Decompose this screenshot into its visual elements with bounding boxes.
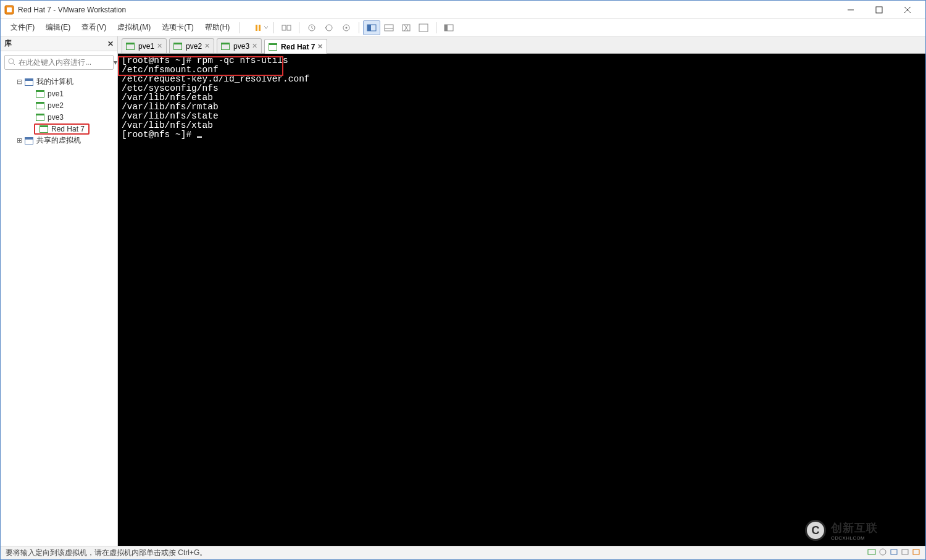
vm-icon — [173, 43, 182, 50]
tree-label: Red Hat 7 — [51, 125, 85, 133]
device-icon[interactable] — [890, 548, 898, 558]
svg-rect-28 — [913, 550, 919, 554]
svg-rect-27 — [902, 550, 908, 554]
device-icon[interactable] — [912, 548, 920, 558]
library-toggle-button[interactable] — [440, 20, 457, 35]
tab-pve1[interactable]: pve1✕ — [122, 38, 167, 53]
menu-vm[interactable]: 虚拟机(M) — [112, 20, 156, 35]
view-unity-button[interactable] — [398, 20, 415, 35]
svg-rect-21 — [444, 25, 448, 31]
tab-pve2[interactable]: pve2✕ — [169, 38, 214, 53]
maximize-button[interactable] — [865, 1, 893, 19]
content-area: 库 ✕ ▾ ⊟ 我的计算机 pve1 pve2 — [1, 36, 925, 546]
separator — [299, 22, 299, 33]
minimize-button[interactable] — [836, 1, 865, 19]
app-window: Red Hat 7 - VMware Workstation 文件(F) 编辑(… — [0, 0, 926, 560]
tab-redhat7[interactable]: Red Hat 7✕ — [264, 39, 327, 54]
search-input[interactable] — [19, 58, 111, 67]
statusbar: 要将输入定向到该虚拟机，请在虚拟机内部单击或按 Ctrl+G。 — [1, 546, 925, 559]
tree-item-redhat7[interactable]: Red Hat 7 — [2, 123, 116, 135]
device-icon[interactable] — [878, 548, 887, 558]
svg-point-22 — [9, 59, 14, 64]
terminal-line: [root@nfs ~]# — [122, 130, 922, 140]
window-title: Red Hat 7 - VMware Workstation — [18, 6, 836, 14]
separator — [240, 22, 240, 33]
tree-shared-vms[interactable]: ⊞ 共享的虚拟机 — [2, 135, 116, 146]
svg-point-13 — [346, 27, 348, 28]
status-tray — [867, 548, 920, 558]
vm-tabs: pve1✕ pve2✕ pve3✕ Red Hat 7✕ — [118, 36, 925, 54]
menu-file[interactable]: 文件(F) — [6, 20, 40, 35]
close-icon[interactable]: ✕ — [252, 42, 257, 50]
vm-icon — [36, 101, 46, 111]
menu-tabs[interactable]: 选项卡(T) — [157, 20, 198, 35]
sidebar-title: 库 — [4, 38, 12, 49]
tab-pve3[interactable]: pve3✕ — [217, 38, 262, 53]
svg-rect-15 — [367, 25, 371, 31]
tab-label: Red Hat 7 — [281, 43, 315, 51]
pause-button[interactable] — [252, 20, 270, 35]
computer-icon — [25, 77, 35, 87]
tab-label: pve2 — [186, 42, 202, 51]
svg-rect-26 — [891, 550, 897, 554]
vm-icon — [36, 112, 46, 122]
search-dropdown-icon[interactable]: ▾ — [114, 58, 117, 67]
vm-tree: ⊟ 我的计算机 pve1 pve2 pve3 — [1, 73, 117, 546]
vm-icon — [221, 43, 230, 50]
terminal-line: /var/lib/nfs/state — [122, 112, 922, 121]
search-box[interactable]: ▾ — [4, 55, 114, 70]
svg-rect-3 — [876, 7, 882, 13]
close-icon[interactable]: ✕ — [317, 43, 323, 51]
tree-label: pve1 — [48, 90, 64, 98]
snapshot-revert-button[interactable] — [320, 20, 338, 35]
tab-label: pve1 — [138, 42, 154, 51]
terminal[interactable]: [root@nfs ~]# rpm -qc nfs-utils /etc/nfs… — [118, 54, 925, 546]
close-icon[interactable]: ✕ — [204, 42, 210, 50]
device-icon[interactable] — [901, 548, 909, 558]
sidebar-header: 库 ✕ — [1, 36, 117, 51]
svg-rect-16 — [385, 25, 393, 31]
view-console-button[interactable] — [363, 20, 380, 35]
view-thumbnail-button[interactable] — [380, 20, 398, 35]
tree-root-my-computer[interactable]: ⊟ 我的计算机 — [2, 76, 116, 88]
svg-rect-7 — [259, 25, 261, 31]
sidebar-close-button[interactable]: ✕ — [107, 40, 114, 48]
terminal-line: /etc/request-key.d/id_resolver.conf — [122, 75, 922, 84]
tree-label: 我的计算机 — [36, 77, 73, 87]
tree-label: 共享的虚拟机 — [36, 135, 81, 146]
svg-rect-24 — [868, 550, 875, 554]
menu-help[interactable]: 帮助(H) — [200, 20, 235, 35]
close-button[interactable] — [893, 1, 922, 19]
close-icon[interactable]: ✕ — [157, 42, 162, 50]
svg-rect-9 — [287, 25, 291, 30]
svg-rect-8 — [282, 25, 286, 30]
cursor — [197, 136, 202, 138]
menu-view[interactable]: 查看(V) — [77, 20, 111, 35]
svg-rect-1 — [7, 7, 12, 12]
status-message: 要将输入定向到该虚拟机，请在虚拟机内部单击或按 Ctrl+G。 — [6, 548, 207, 558]
view-fullscreen-button[interactable] — [415, 20, 432, 35]
terminal-line: /var/lib/nfs/xtab — [122, 121, 922, 130]
svg-rect-6 — [256, 25, 257, 31]
send-button[interactable] — [278, 20, 295, 35]
separator — [436, 22, 436, 33]
svg-point-25 — [880, 549, 886, 555]
tree-item-pve3[interactable]: pve3 — [2, 111, 116, 123]
tree-item-pve1[interactable]: pve1 — [2, 88, 116, 99]
search-icon — [7, 57, 16, 68]
snapshot-manager-button[interactable] — [338, 20, 355, 35]
main-area: pve1✕ pve2✕ pve3✕ Red Hat 7✕ [root@nfs ~… — [118, 36, 925, 546]
svg-line-23 — [13, 63, 15, 65]
titlebar: Red Hat 7 - VMware Workstation — [1, 1, 925, 19]
device-icon[interactable] — [867, 548, 876, 558]
separator — [273, 22, 274, 33]
terminal-line: /etc/sysconfig/nfs — [122, 84, 922, 93]
menubar: 文件(F) 编辑(E) 查看(V) 虚拟机(M) 选项卡(T) 帮助(H) — [1, 19, 925, 36]
tree-item-pve2[interactable]: pve2 — [2, 99, 116, 111]
vm-icon — [40, 124, 49, 134]
menu-edit[interactable]: 编辑(E) — [41, 20, 75, 35]
sidebar: 库 ✕ ▾ ⊟ 我的计算机 pve1 pve2 — [1, 36, 118, 546]
snapshot-button[interactable] — [303, 20, 320, 35]
terminal-line: /var/lib/nfs/rmtab — [122, 102, 922, 112]
window-controls — [836, 1, 922, 19]
